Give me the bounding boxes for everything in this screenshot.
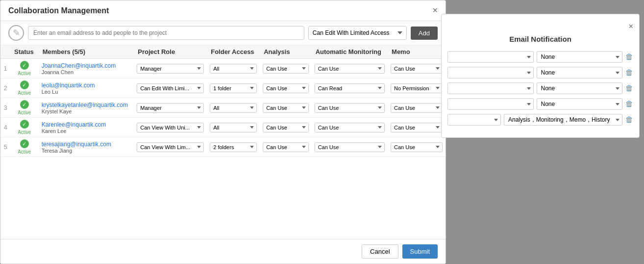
submit-button[interactable]: Submit — [402, 244, 438, 259]
monitoring-select[interactable]: Can Use — [315, 103, 385, 113]
folder-access-cell[interactable]: All — [207, 98, 260, 118]
analysis-select[interactable]: Can Use — [263, 123, 308, 132]
monitoring-select[interactable]: Can Use — [315, 64, 385, 74]
project-role-select[interactable]: Can View With Lim... — [137, 142, 204, 152]
monitoring-cell[interactable]: Can Use — [312, 118, 388, 137]
member-name: Karen Lee — [42, 128, 131, 134]
memo-select[interactable]: Can Use — [391, 142, 443, 152]
memo-select[interactable]: Can Use — [391, 123, 443, 132]
close-button[interactable]: × — [432, 5, 438, 16]
folder-access-cell[interactable]: 2 folders — [207, 137, 260, 157]
delete-row-button-2[interactable]: 🗑 — [625, 84, 633, 93]
side-panel-left-select-1[interactable] — [447, 67, 534, 79]
analysis-select[interactable]: Can Use — [263, 103, 308, 113]
memo-cell[interactable]: Can Use — [388, 59, 446, 79]
monitoring-cell[interactable]: Can Read — [312, 79, 388, 98]
memo-cell[interactable]: Can Use — [388, 118, 446, 137]
active-label: Active — [18, 90, 31, 96]
side-panel-close-button[interactable]: × — [629, 22, 633, 31]
side-panel-left-select-0[interactable] — [447, 51, 534, 63]
monitoring-select[interactable]: Can Use — [315, 142, 385, 152]
analysis-select[interactable]: Can Use — [263, 83, 308, 93]
active-label: Active — [18, 149, 31, 155]
status-cell: ✓ Active — [10, 79, 39, 98]
folder-access-select[interactable]: All — [210, 103, 257, 113]
monitoring-cell[interactable]: Can Use — [312, 98, 388, 118]
monitoring-select[interactable]: Can Read — [315, 83, 385, 93]
analysis-cell[interactable]: Can Use — [260, 137, 311, 157]
project-role-cell[interactable]: Manager — [134, 98, 207, 118]
side-panel-left-select-2[interactable] — [447, 82, 534, 94]
analysis-cell[interactable]: Can Use — [260, 79, 311, 98]
person-icon: ✎ — [8, 25, 24, 41]
project-role-select[interactable]: Can Edit With Limi... — [137, 83, 204, 93]
member-info-cell: krystelkayetanlee@inquartik.com Krystel … — [39, 98, 134, 118]
member-name: Teresa Jiang — [42, 148, 131, 154]
project-role-select[interactable]: Manager — [137, 64, 204, 74]
add-role-select[interactable]: Can Edit With Limited Access Can View Wi… — [308, 26, 407, 40]
memo-cell[interactable]: No Permission — [388, 79, 446, 98]
side-panel-right-select-4[interactable]: Analysis，Monitoring，Memo，History — [504, 114, 622, 126]
project-role-cell[interactable]: Can View With Lim... — [134, 137, 207, 157]
side-panel-title: Email Notification — [447, 35, 633, 43]
check-icon: ✓ — [20, 80, 29, 89]
check-icon: ✓ — [20, 61, 29, 70]
add-button[interactable]: Add — [411, 26, 438, 40]
status-cell: ✓ Active — [10, 59, 39, 79]
dialog-title: Collaboration Management — [8, 6, 109, 15]
folder-access-cell[interactable]: All — [207, 118, 260, 137]
check-icon: ✓ — [20, 100, 29, 109]
member-info-cell: Karenlee@inquartik.com Karen Lee — [39, 118, 134, 137]
side-panel-left-select-3[interactable] — [447, 98, 534, 110]
folder-access-cell[interactable]: 1 folder — [207, 79, 260, 98]
member-name: Leo Lu — [42, 89, 131, 95]
side-panel-right-select-1[interactable]: None — [537, 67, 623, 79]
side-panel-right-select-3[interactable]: None — [537, 98, 623, 110]
table-row: 5 ✓ Active teresajiang@inquartik.com Ter… — [0, 137, 446, 157]
delete-row-button-4[interactable]: 🗑 — [625, 115, 633, 124]
col-status: Status — [10, 45, 39, 59]
status-cell: ✓ Active — [10, 98, 39, 118]
memo-select[interactable]: Can Use — [391, 64, 443, 74]
member-info-cell: leolu@inquartik.com Leo Lu — [39, 79, 134, 98]
row-num: 1 — [0, 59, 10, 79]
folder-access-select[interactable]: All — [210, 123, 257, 132]
analysis-cell[interactable]: Can Use — [260, 118, 311, 137]
check-icon: ✓ — [20, 120, 29, 129]
folder-access-select[interactable]: 2 folders — [210, 142, 257, 152]
analysis-cell[interactable]: Can Use — [260, 59, 311, 79]
side-panel-right-select-2[interactable]: None — [537, 82, 623, 94]
side-panel-right-select-0[interactable]: None — [537, 51, 623, 63]
analysis-select[interactable]: Can Use — [263, 142, 308, 152]
project-role-select[interactable]: Manager — [137, 103, 204, 113]
project-role-select[interactable]: Can View With Uni... — [137, 123, 204, 132]
member-email: krystelkayetanlee@inquartik.com — [42, 102, 131, 108]
delete-row-button-3[interactable]: 🗑 — [625, 100, 633, 108]
analysis-cell[interactable]: Can Use — [260, 98, 311, 118]
folder-access-select[interactable]: 1 folder — [210, 83, 257, 93]
monitoring-cell[interactable]: Can Use — [312, 59, 388, 79]
project-role-cell[interactable]: Manager — [134, 59, 207, 79]
project-role-cell[interactable]: Can Edit With Limi... — [134, 79, 207, 98]
table-row: 1 ✓ Active JoannaChen@inquartik.com Joan… — [0, 59, 446, 79]
cancel-button[interactable]: Cancel — [362, 244, 398, 259]
delete-row-button-0[interactable]: 🗑 — [625, 53, 633, 61]
monitoring-select[interactable]: Can Use — [315, 123, 385, 132]
folder-access-cell[interactable]: All — [207, 59, 260, 79]
memo-cell[interactable]: Can Use — [388, 137, 446, 157]
memo-cell[interactable]: Can Use — [388, 98, 446, 118]
memo-select[interactable]: No Permission — [391, 83, 443, 93]
monitoring-cell[interactable]: Can Use — [312, 137, 388, 157]
side-panel-left-select-4[interactable] — [447, 114, 501, 126]
folder-access-select[interactable]: All — [210, 64, 257, 74]
member-name: Krystel Kaye — [42, 108, 131, 114]
active-label: Active — [18, 110, 31, 115]
memo-select[interactable]: Can Use — [391, 103, 443, 113]
analysis-select[interactable]: Can Use — [263, 64, 308, 74]
project-role-cell[interactable]: Can View With Uni... — [134, 118, 207, 137]
col-folder: Folder Access — [207, 45, 260, 59]
table-container: Status Members (5/5) Project Role Folder… — [0, 45, 446, 239]
check-icon: ✓ — [20, 139, 29, 148]
email-input[interactable] — [28, 26, 304, 40]
delete-row-button-1[interactable]: 🗑 — [625, 68, 633, 77]
